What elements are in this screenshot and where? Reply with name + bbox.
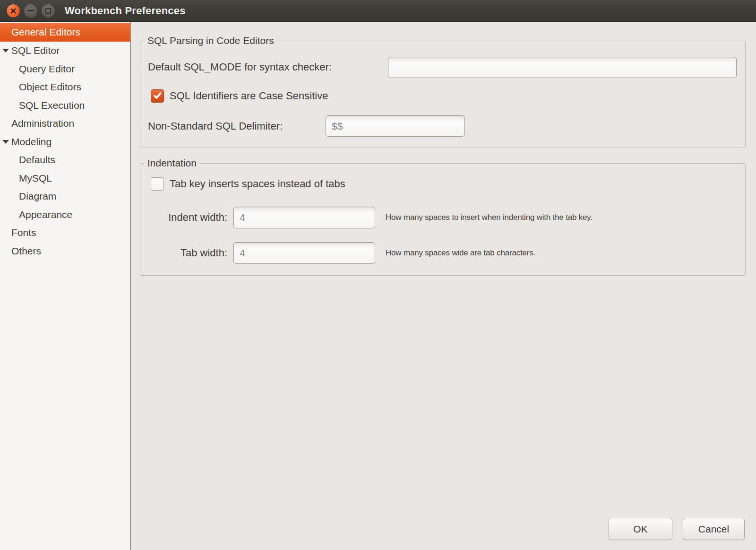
sidebar-item-query-editor[interactable]: Query Editor [0,60,130,79]
sidebar-item-administration[interactable]: Administration [0,114,130,133]
dialog-button-row: OK Cancel [609,518,745,540]
case-sensitive-row: SQL Identifiers are Case Sensitive [151,89,328,103]
sql-mode-input[interactable] [388,57,737,78]
case-sensitive-label: SQL Identifiers are Case Sensitive [170,90,328,102]
expander-arrow-icon[interactable] [2,140,9,144]
preferences-sidebar: General Editors SQL Editor Query Editor … [0,22,131,550]
tab-width-help: How many spaces wide are tab characters. [386,242,535,264]
sidebar-item-mysql[interactable]: MySQL [0,169,130,188]
sidebar-item-label: Object Editors [0,81,81,93]
sidebar-item-label: Diagram [0,191,56,202]
checkmark-icon [152,90,163,101]
close-button[interactable] [6,4,20,18]
sidebar-item-sql-execution[interactable]: SQL Execution [0,96,130,115]
expander-arrow-icon[interactable] [2,49,9,52]
indent-width-help: How many spaces to insert when indenting… [386,207,593,228]
sidebar-item-fonts[interactable]: Fonts [0,224,130,242]
sidebar-item-sql-editor[interactable]: SQL Editor [0,42,130,60]
sidebar-item-label: Defaults [0,154,55,166]
sidebar-item-label: Appearance [0,209,72,220]
maximize-button[interactable] [41,4,55,18]
sidebar-item-label: General Editors [0,26,80,38]
delimiter-label: Non-Standard SQL Delimiter: [148,115,283,137]
sidebar-item-diagram[interactable]: Diagram [0,187,130,206]
sidebar-item-object-editors[interactable]: Object Editors [0,78,130,96]
group-title: SQL Parsing in Code Editors [144,35,277,47]
case-sensitive-checkbox[interactable] [151,89,164,103]
group-sql-parsing: SQL Parsing in Code Editors Default SQL_… [140,41,746,148]
close-icon [10,8,17,14]
sql-mode-label: Default SQL_MODE for syntax checker: [148,56,332,78]
tab-width-label: Tab width: [148,242,227,264]
tab-spaces-row: Tab key inserts spaces instead of tabs [151,177,345,191]
sidebar-item-label: SQL Execution [0,100,85,111]
minimize-button[interactable] [24,4,38,18]
indent-width-input[interactable] [233,207,375,228]
maximize-icon [45,8,51,14]
indent-width-label: Indent width: [148,207,227,228]
sidebar-item-label: Administration [0,118,74,129]
window-title: Workbench Preferences [65,5,186,17]
tab-spaces-label: Tab key inserts spaces instead of tabs [170,178,345,190]
minimize-icon [27,10,34,11]
tab-width-input[interactable] [233,242,375,264]
sidebar-item-label: Query Editor [0,63,75,75]
group-indentation: Indentation Tab key inserts spaces inste… [140,163,746,276]
sidebar-item-label: Fonts [0,227,36,238]
group-title: Indentation [144,157,200,169]
sidebar-item-appearance[interactable]: Appearance [0,206,130,224]
sidebar-item-others[interactable]: Others [0,242,130,261]
sidebar-item-label: Others [0,245,41,257]
delimiter-input[interactable] [326,115,465,137]
sidebar-item-defaults[interactable]: Defaults [0,151,130,169]
tab-spaces-checkbox[interactable] [151,177,164,191]
preferences-main-panel: SQL Parsing in Code Editors Default SQL_… [132,22,756,550]
ok-button[interactable]: OK [609,518,672,540]
sidebar-item-general-editors[interactable]: General Editors [0,23,130,42]
titlebar: Workbench Preferences [0,0,756,22]
sidebar-item-modeling[interactable]: Modeling [0,133,130,151]
preferences-tree: General Editors SQL Editor Query Editor … [0,22,130,260]
sidebar-item-label: MySQL [0,173,52,184]
cancel-button[interactable]: Cancel [683,518,745,540]
